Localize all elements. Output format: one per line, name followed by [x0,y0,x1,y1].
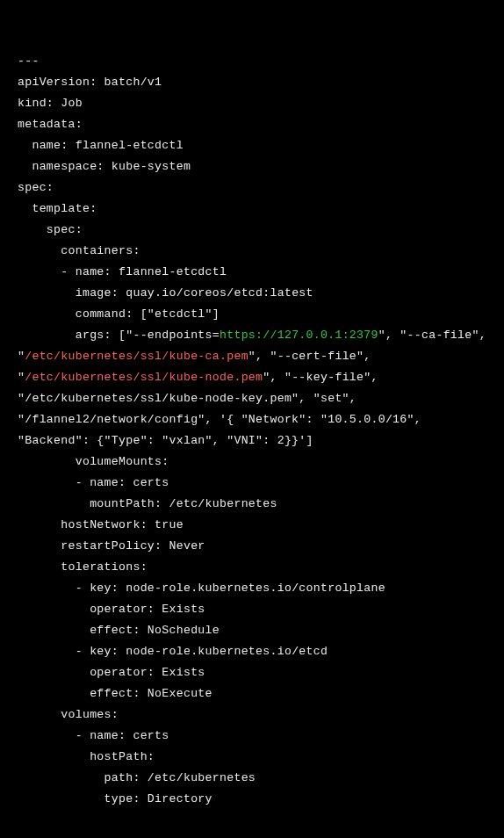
code-line: volumeMounts: [18,455,169,468]
code-line: name: flannel-etcdctl [18,139,184,152]
code-line: - key: node-role.kubernetes.io/controlpl… [18,582,385,595]
code-line: mountPath: /etc/kubernetes [18,497,277,510]
code-line: apiVersion: batch/v1 [18,76,162,89]
code-line: - name: flannel-etcdctl [18,265,227,278]
code-line: type: Directory [18,792,212,805]
code-line: restartPolicy: Never [18,539,205,553]
code-line: --- [18,54,40,68]
code-line: metadata: [18,118,83,131]
code-line: containers: [18,244,140,257]
code-line: kind: Job [18,97,83,110]
endpoint-url: https://127.0.0.1:2379 [220,329,378,342]
code-line: spec: [18,223,83,236]
code-line: operator: Exists [18,603,205,616]
code-text: args: ["--endpoints= [18,329,220,342]
code-line: volumes: [18,708,119,721]
code-line: - name: certs [18,476,169,489]
code-line: effect: NoSchedule [18,624,220,637]
code-line: namespace: kube-system [18,160,191,173]
code-line: - name: certs [18,729,169,742]
code-line: hostNetwork: true [18,518,184,531]
code-line: tolerations: [18,560,148,574]
code-line: path: /etc/kubernetes [18,771,256,784]
code-line: hostPath: [18,750,155,763]
cert-path: /etc/kubernetes/ssl/kube-ca.pem [25,350,248,363]
code-line: - key: node-role.kubernetes.io/etcd [18,645,328,658]
yaml-code-block: --- apiVersion: batch/v1 kind: Job metad… [0,0,504,827]
code-line: operator: Exists [18,666,205,679]
code-line: image: quay.io/coreos/etcd:latest [18,286,313,300]
code-line: template: [18,202,97,215]
code-line: command: ["etcdctl"] [18,307,220,321]
cert-path: /etc/kubernetes/ssl/kube-node.pem [25,371,263,384]
code-line: spec: [18,181,54,194]
code-line: effect: NoExecute [18,687,212,700]
